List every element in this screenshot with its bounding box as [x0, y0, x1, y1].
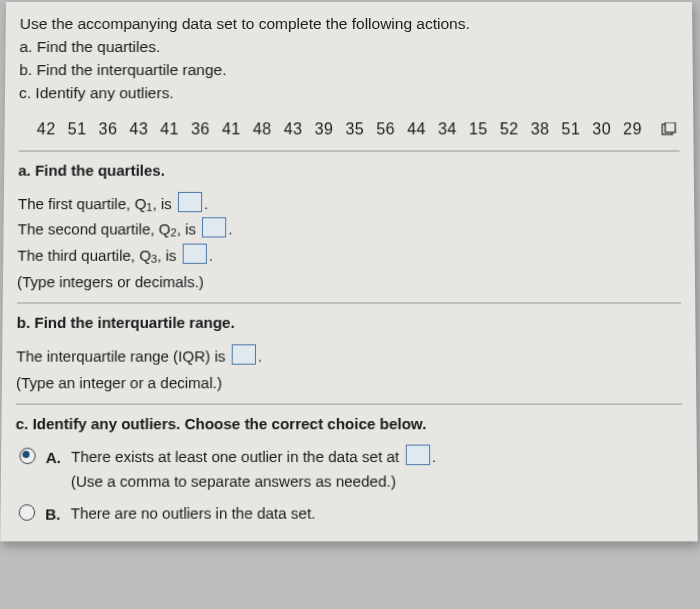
radio-b[interactable] — [19, 504, 35, 520]
choice-a-pre: There exists at least one outlier in the… — [71, 448, 403, 465]
section-c-body: A. There exists at least one outlier in … — [15, 445, 684, 527]
prompt-b: b. Find the interquartile range. — [19, 60, 679, 81]
q1-post: , is — [152, 195, 176, 212]
radio-a[interactable] — [19, 448, 35, 464]
prompt-c: c. Identify any outliers. — [19, 83, 679, 104]
choice-a-post: . — [432, 448, 436, 465]
iqr-pre: The interquartile range (IQR) is — [16, 348, 229, 365]
section-b-header-text: b. Find the interquartile range. — [17, 314, 235, 331]
copy-icon[interactable] — [661, 122, 677, 136]
q2-period: . — [228, 221, 232, 238]
section-b-body: The interquartile range (IQR) is . (Type… — [16, 344, 682, 396]
choice-a-body: There exists at least one outlier in the… — [71, 445, 683, 493]
iqr-period: . — [258, 348, 262, 365]
choice-a-label: A. — [46, 445, 61, 471]
q3-pre: The third quartile, Q — [17, 247, 151, 264]
q1-input[interactable] — [178, 192, 202, 212]
choice-b-label: B. — [45, 501, 60, 527]
choice-a-row[interactable]: A. There exists at least one outlier in … — [19, 445, 683, 493]
section-a-header-text: a. Find the quartiles. — [18, 161, 165, 178]
iqr-line: The interquartile range (IQR) is . — [16, 344, 682, 370]
q3-post: , is — [157, 247, 181, 264]
section-b-hint: (Type an integer or a decimal.) — [16, 370, 682, 396]
q2-pre: The second quartile, Q — [18, 221, 171, 238]
section-b-header: b. Find the interquartile range. — [17, 303, 682, 332]
q2-line: The second quartile, Q2, is . — [18, 217, 681, 243]
choice-a-hint: (Use a comma to separate answers as need… — [71, 472, 396, 489]
iqr-input[interactable] — [232, 345, 256, 365]
q2-post: , is — [177, 221, 201, 238]
data-values: 42 51 36 43 41 36 41 48 43 39 35 56 44 3… — [37, 120, 642, 137]
data-set-row: 42 51 36 43 41 36 41 48 43 39 35 56 44 3… — [37, 120, 680, 138]
q2-input[interactable] — [202, 218, 226, 238]
q1-period: . — [204, 195, 208, 212]
q3-period: . — [209, 247, 213, 264]
prompt-lead: Use the accompanying data set to complet… — [20, 14, 679, 35]
worksheet-page: Use the accompanying data set to complet… — [0, 2, 698, 542]
section-a-body: The first quartile, Q1, is . The second … — [17, 191, 681, 295]
q3-line: The third quartile, Q3, is . — [17, 243, 680, 269]
choice-b-body: There are no outliers in the data set. — [71, 501, 684, 525]
outlier-input[interactable] — [405, 445, 429, 466]
q3-input[interactable] — [183, 244, 207, 264]
section-c-header: c. Identify any outliers. Choose the cor… — [16, 404, 683, 433]
q1-line: The first quartile, Q1, is . — [18, 191, 680, 217]
section-a-header: a. Find the quartiles. — [18, 150, 680, 178]
section-a-hint: (Type integers or decimals.) — [17, 269, 681, 295]
section-c-header-text: c. Identify any outliers. Choose the cor… — [16, 415, 427, 432]
choice-b-row[interactable]: B. There are no outliers in the data set… — [19, 501, 684, 527]
prompt-block: Use the accompanying data set to complet… — [19, 14, 679, 104]
svg-rect-1 — [665, 122, 675, 132]
q1-pre: The first quartile, Q — [18, 195, 146, 212]
prompt-a: a. Find the quartiles. — [19, 37, 678, 58]
